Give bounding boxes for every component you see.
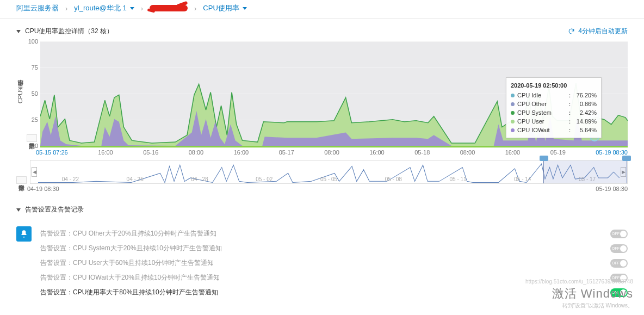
alert-toggle[interactable]: OFF xyxy=(610,230,628,238)
refresh-icon xyxy=(568,28,575,35)
alerts-section: 告警设置及告警记录 告警设置：CPU Other大于20%且持续10分钟时产生告… xyxy=(0,192,644,305)
tooltip-series-value: 2.42% xyxy=(573,108,597,117)
x-tick: 08:00 xyxy=(460,149,475,156)
alert-text: 告警设置：CPU IOWait大于20%且持续10分钟时产生告警通知 xyxy=(40,273,220,282)
overview-prev-button[interactable]: ◀ xyxy=(32,167,37,177)
x-tick: 05-19 08:30 xyxy=(596,149,628,156)
tooltip-series-name: CPU Other xyxy=(517,100,567,108)
tooltip-series-name: CPU System xyxy=(517,108,567,117)
refresh-button[interactable]: 4分钟后自动更新 xyxy=(568,27,628,36)
chart-plot-area[interactable]: 0255075100 2020-05-19 02:50:00 CPU Idle … xyxy=(40,41,628,147)
tooltip-row: CPU System ： 2.42% xyxy=(511,108,597,117)
alert-text: 告警设置：CPU User大于60%且持续10分钟时产生告警通知 xyxy=(40,258,214,268)
tooltip-series-value: 5.64% xyxy=(573,126,597,134)
overview-tick: 04 - 25 xyxy=(127,176,144,182)
overview-x-end: 05-19 08:30 xyxy=(596,186,628,192)
alert-toggle[interactable]: OFF xyxy=(610,259,628,268)
tooltip-series-value: 0.86% xyxy=(573,100,597,108)
x-tick: 05-15 07:26 xyxy=(36,149,68,156)
overview-selection[interactable] xyxy=(543,160,627,183)
alert-text: 告警设置：CPU System大于20%且持续10分钟时产生告警通知 xyxy=(40,244,222,253)
tooltip-row: CPU Idle ： 76.20% xyxy=(511,91,597,100)
alert-toggle[interactable]: OFF xyxy=(610,274,628,282)
tooltip-series-name: CPU User xyxy=(517,117,567,126)
crumb-metric[interactable]: CPU使用率 xyxy=(203,3,246,13)
tooltip-series-value: 76.20% xyxy=(573,91,597,100)
alert-row: 告警设置：CPU User大于60%且持续10分钟时产生告警通知 OFF xyxy=(40,256,628,270)
overview-tick: 05 - 02 xyxy=(256,176,273,182)
overview-chart: 全部数据 ◀ ▶ 04 - 2204 - 2504 - 2805 - 0205 … xyxy=(0,160,644,184)
x-tick: 05-18 xyxy=(414,149,430,156)
panel-header: CPU使用率监控详情（32 核） 4分钟后自动更新 xyxy=(0,19,644,41)
x-tick: 08:00 xyxy=(324,149,339,156)
y-tick: 50 xyxy=(32,90,38,97)
collapse-icon[interactable] xyxy=(16,208,21,212)
tooltip-row: CPU User ： 14.89% xyxy=(511,117,597,126)
legend-dot-icon xyxy=(511,128,515,132)
overview-x-start: 04-19 08:30 xyxy=(27,186,59,192)
alert-row: 告警设置：CPU Other大于20%且持续10分钟时产生告警通知 OFF xyxy=(40,226,628,241)
overview-tick: 04 - 28 xyxy=(191,176,208,182)
tooltip-time: 2020-05-19 02:50:00 xyxy=(511,81,597,90)
side-label-all: 全部数据 xyxy=(16,176,27,184)
alert-toggle[interactable]: ON xyxy=(610,288,628,297)
alert-row: 告警设置：CPU使用率大于80%且持续10分钟时产生告警通知 ON xyxy=(40,285,628,300)
overview-plot[interactable]: ◀ ▶ 04 - 2204 - 2504 - 2805 - 0205 - 050… xyxy=(30,160,628,184)
panel-title: CPU使用率监控详情（32 核） xyxy=(25,27,113,36)
x-tick: 08:00 xyxy=(189,149,204,156)
alert-text: 告警设置：CPU Other大于20%且持续10分钟时产生告警通知 xyxy=(40,229,216,238)
tooltip-row: CPU Other ： 0.86% xyxy=(511,100,597,108)
alert-text: 告警设置：CPU使用率大于80%且持续10分钟时产生告警通知 xyxy=(40,288,218,297)
overview-x-axis: 04-19 08:30 05-19 08:30 xyxy=(27,186,628,192)
overview-tick: 05 - 08 xyxy=(385,176,402,182)
breadcrumb: 阿里云服务器 › yl_route@华北 1 › › CPU使用率 xyxy=(0,0,644,19)
chart-tooltip: 2020-05-19 02:50:00 CPU Idle ： 76.20% CP… xyxy=(506,77,602,138)
alerts-title: 告警设置及告警记录 xyxy=(25,205,84,214)
overview-tick: 05 - 14 xyxy=(514,176,531,182)
y-tick: 25 xyxy=(32,116,38,123)
alert-row: 告警设置：CPU System大于20%且持续10分钟时产生告警通知 OFF xyxy=(40,241,628,256)
overview-handle-right[interactable] xyxy=(622,156,631,161)
legend-dot-icon xyxy=(511,94,515,97)
legend-dot-icon xyxy=(511,102,515,106)
crumb-sep-icon: › xyxy=(65,4,67,13)
bell-icon xyxy=(16,226,32,242)
alerts-list: 告警设置：CPU Other大于20%且持续10分钟时产生告警通知 OFF告警设… xyxy=(16,226,628,300)
alert-toggle[interactable]: OFF xyxy=(610,244,628,253)
legend-dot-icon xyxy=(511,120,515,123)
overview-tick: 05 - 11 xyxy=(449,176,466,182)
tooltip-series-name: CPU Idle xyxy=(517,91,567,100)
x-tick: 16:00 xyxy=(505,149,521,156)
x-axis: 05-15 07:2616:0005-1608:0016:0005-1708:0… xyxy=(36,149,628,156)
overview-tick: 04 - 22 xyxy=(62,176,79,182)
redacted-mark xyxy=(150,5,188,11)
overview-handle-left[interactable] xyxy=(540,156,548,161)
x-tick: 16:00 xyxy=(234,149,249,156)
crumb-sep-icon: › xyxy=(194,4,196,13)
tooltip-series-name: CPU IOWait xyxy=(517,126,567,134)
legend-dot-icon xyxy=(511,111,515,115)
crumb-cloud-server[interactable]: 阿里云服务器 xyxy=(16,3,59,13)
y-tick: 75 xyxy=(32,64,38,71)
x-tick: 05-16 xyxy=(143,149,158,156)
x-tick: 05-19 xyxy=(550,149,566,156)
main-chart: CPU使用率（%） 局部数据 0255075100 2020-05-19 02:… xyxy=(0,41,644,160)
tooltip-series-value: 14.89% xyxy=(573,117,597,126)
collapse-icon[interactable] xyxy=(16,30,21,33)
alert-row: 告警设置：CPU IOWait大于20%且持续10分钟时产生告警通知 OFF xyxy=(40,270,628,285)
overview-tick: 05 - 05 xyxy=(320,176,337,182)
y-tick: 0 xyxy=(35,143,38,149)
tooltip-row: CPU IOWait ： 5.64% xyxy=(511,126,597,134)
y-axis: 0255075100 xyxy=(25,41,39,146)
crumb-instance[interactable]: yl_route@华北 1 xyxy=(74,3,134,13)
x-tick: 16:00 xyxy=(369,149,385,156)
refresh-label: 4分钟后自动更新 xyxy=(578,27,628,36)
x-tick: 05-17 xyxy=(279,149,294,156)
x-tick: 16:00 xyxy=(98,149,113,156)
y-tick: 100 xyxy=(28,38,38,45)
crumb-sep-icon: › xyxy=(141,4,143,13)
